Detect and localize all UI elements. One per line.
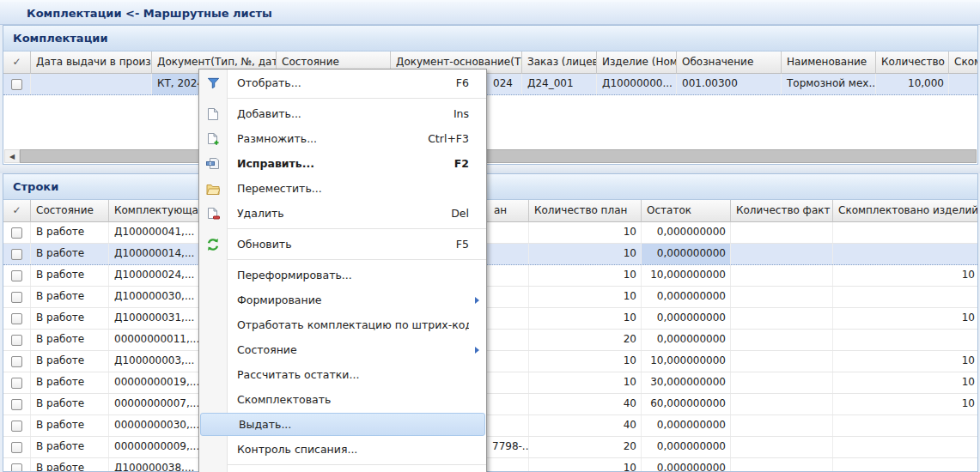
table-cell[interactable]: В работе [31,244,109,264]
column-header[interactable]: Изделие (Номе [597,51,677,74]
row-select-cell[interactable] [3,308,31,329]
table-row[interactable]: В работеД100000038,...100,000000000 [3,458,977,471]
menu-item[interactable]: Скомплектовать [199,387,486,412]
row-checkbox[interactable] [11,227,22,239]
menu-item[interactable]: Отобрать...F6 [199,70,486,95]
table-cell[interactable]: 10 [529,222,642,243]
column-header[interactable]: Количество план [529,200,642,222]
column-header[interactable]: Обозначение [677,51,782,74]
table-cell[interactable]: В работе [31,351,109,372]
table-cell[interactable]: В работе [31,437,109,457]
table-row[interactable]: В работеД100000041,...100,000000000 [3,222,977,244]
table-cell[interactable] [949,74,977,94]
table-cell[interactable] [731,458,833,471]
row-checkbox[interactable] [11,421,22,432]
table-cell[interactable]: В работе [31,287,109,307]
row-checkbox[interactable] [11,313,22,324]
column-header[interactable]: Ском [949,51,977,74]
table-row[interactable]: В работеД100000024,...1010,00000000010 [3,265,977,287]
table-cell[interactable]: Д10000000... [597,74,677,94]
panel-splitter[interactable] [0,165,980,173]
table-cell[interactable]: Д24_001 [522,74,597,94]
table-cell[interactable]: 40 [529,394,642,415]
table-cell[interactable]: 10 [529,458,642,471]
table-cell[interactable]: 40 [529,415,642,436]
table-cell[interactable]: В работе [31,308,109,329]
row-select-cell[interactable] [3,437,31,457]
column-header[interactable]: Остаток [642,200,731,222]
row-checkbox[interactable] [11,356,22,367]
table-cell[interactable] [731,394,833,415]
horizontal-scrollbar[interactable]: ◀ [4,149,977,163]
table-cell[interactable]: 001.00300 [677,74,782,94]
table-cell[interactable] [833,330,977,350]
table-cell[interactable]: 0,000000000 [642,415,731,436]
table-cell[interactable] [731,265,833,286]
column-header[interactable]: Заказ (лицево [522,51,597,74]
row-checkbox[interactable] [11,79,22,90]
table-cell[interactable]: 0,000000000 [642,308,731,329]
table-cell[interactable]: В работе [31,458,109,471]
row-select-cell[interactable] [3,372,31,393]
row-checkbox[interactable] [11,249,22,260]
table-cell[interactable]: 10,000 [876,74,949,94]
table-row[interactable]: В работе00000000011,...200,000000000 [3,330,977,351]
table-cell[interactable] [833,222,977,243]
table-cell[interactable]: 10 [529,265,642,286]
table-cell[interactable] [833,244,977,264]
table-cell[interactable] [731,330,833,350]
table-cell[interactable] [731,372,833,393]
table-cell[interactable]: 0,000000000 [642,244,731,264]
menu-item[interactable]: Рассчитать остатки... [199,362,486,387]
row-checkbox[interactable] [11,335,22,346]
table-row[interactable]: В работеД100000003,...1010,00000000010 [3,351,977,372]
table-cell[interactable] [731,351,833,372]
row-select-cell[interactable] [3,74,31,94]
table-cell[interactable]: 10 [529,372,642,393]
table-row[interactable]: В работеД100000030,...100,000000000 [3,287,977,308]
table-cell[interactable]: 0,000000000 [642,437,731,457]
table-cell[interactable]: В работе [31,394,109,415]
table-cell[interactable]: Тормозной мех... [782,74,876,94]
table-cell[interactable]: 10,000000000 [642,351,731,372]
table-row[interactable]: КТ, 2024024Д24_001Д10000000...001.00300Т… [3,74,977,95]
menu-item[interactable]: Исправить...F2 [199,151,486,176]
table-cell[interactable] [31,74,152,94]
table-cell[interactable] [833,458,977,471]
row-select-cell[interactable] [3,394,31,415]
table-cell[interactable] [731,244,833,264]
column-header[interactable]: Дата выдачи в произв [31,51,152,74]
menu-item[interactable]: Контроль списания... [199,437,486,462]
table-cell[interactable]: 60,000000000 [642,394,731,415]
table-row[interactable]: В работе00000000009,...7798-...200,00000… [3,437,977,458]
table-cell[interactable]: 10 [833,351,977,372]
table-row[interactable]: В работе00000000030,...400,000000000 [3,415,977,437]
table-cell[interactable]: 0,000000000 [642,287,731,307]
column-header[interactable]: ✓ [3,200,31,222]
table-cell[interactable]: 10 [833,394,977,415]
menu-item[interactable]: Переформировать... [199,263,486,287]
table-cell[interactable]: 0,000000000 [642,458,731,471]
table-cell[interactable]: 20 [529,330,642,350]
menu-item[interactable]: Выдать... [200,413,485,436]
row-select-cell[interactable] [3,351,31,372]
row-select-cell[interactable] [3,222,31,243]
column-header[interactable]: Количество [876,51,949,74]
table-cell[interactable]: 10 [529,244,642,264]
row-checkbox[interactable] [11,463,22,472]
table-cell[interactable] [731,415,833,436]
table-cell[interactable]: 10 [529,287,642,307]
row-select-cell[interactable] [3,287,31,307]
row-checkbox[interactable] [11,270,22,281]
scroll-left-button[interactable]: ◀ [4,149,20,163]
table-row[interactable]: В работе00000000019,...1030,00000000010 [3,372,977,394]
table-cell[interactable]: 30,000000000 [642,372,731,393]
table-cell[interactable] [731,308,833,329]
menu-item[interactable]: ОбновитьF5 [199,232,486,257]
table-cell[interactable]: 10 [833,308,977,329]
row-checkbox[interactable] [11,399,22,410]
menu-item[interactable]: Состояние [199,337,486,362]
row-checkbox[interactable] [11,292,22,303]
table-cell[interactable]: В работе [31,222,109,243]
menu-item[interactable]: Добавить...Ins [199,101,486,126]
